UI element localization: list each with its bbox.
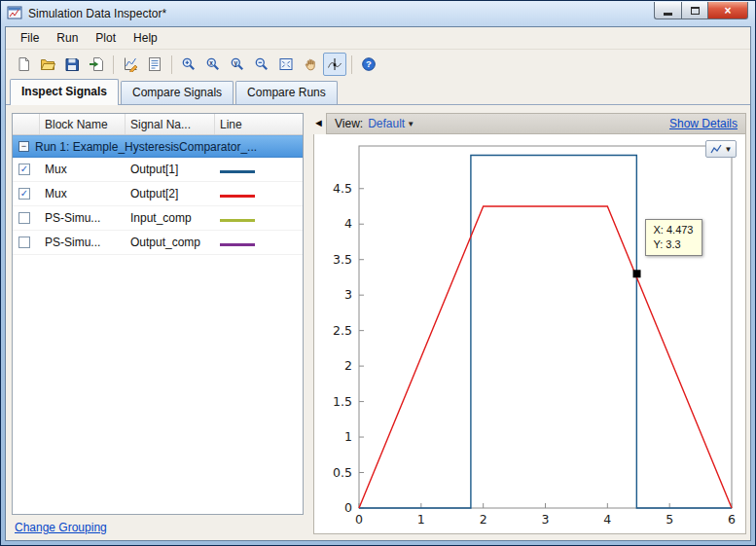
zoom-in-button[interactable] bbox=[177, 53, 200, 76]
header-signal-name[interactable]: Signal Na... bbox=[126, 114, 215, 134]
block-name-cell: Mux bbox=[40, 163, 126, 176]
menu-run[interactable]: Run bbox=[48, 28, 87, 48]
line-cell bbox=[215, 163, 303, 176]
open-icon bbox=[40, 56, 55, 72]
minimize-button[interactable] bbox=[654, 2, 681, 19]
save-button[interactable] bbox=[60, 53, 84, 76]
svg-text:0: 0 bbox=[344, 500, 352, 515]
toolbar-separator bbox=[351, 55, 352, 74]
pan-icon bbox=[303, 56, 318, 72]
signal-checkbox[interactable]: ✓ bbox=[18, 164, 30, 175]
svg-text:0: 0 bbox=[355, 512, 363, 527]
toolbar-separator bbox=[113, 55, 114, 74]
plot-edit-icon bbox=[123, 56, 138, 72]
svg-text:?: ? bbox=[366, 58, 372, 69]
signal-rows: ✓MuxOutput[1]✓MuxOutput[2]PS-Simu...Inpu… bbox=[13, 158, 303, 255]
line-swatch[interactable] bbox=[220, 195, 255, 198]
block-name-cell: PS-Simu... bbox=[40, 211, 126, 225]
svg-text:1: 1 bbox=[344, 429, 352, 444]
svg-text:y: y bbox=[234, 59, 238, 67]
signal-list-column: Block Name Signal Na... Line − Run 1: Ex… bbox=[12, 113, 304, 534]
signal-checkbox[interactable]: ✓ bbox=[18, 188, 30, 200]
plot-type-button[interactable]: ▼ bbox=[705, 140, 737, 158]
view-strip: View: Default ▼ Show Details bbox=[326, 113, 746, 134]
window-title: Simulation Data Inspector* bbox=[28, 7, 166, 20]
run-row[interactable]: − Run 1: Example_HysteresisComparator_..… bbox=[13, 135, 303, 158]
table-row[interactable]: ✓MuxOutput[2] bbox=[13, 182, 303, 206]
block-name-cell: PS-Simu... bbox=[40, 236, 126, 249]
view-label: View: bbox=[335, 117, 363, 130]
line-swatch[interactable] bbox=[220, 219, 255, 222]
report-button[interactable] bbox=[143, 53, 166, 76]
toolbar-separator bbox=[171, 55, 172, 74]
svg-text:3: 3 bbox=[344, 287, 352, 302]
view-dropdown[interactable]: Default ▼ bbox=[368, 117, 414, 130]
zoom-out-icon bbox=[254, 56, 270, 72]
svg-text:4: 4 bbox=[603, 512, 611, 527]
minimize-icon bbox=[664, 13, 672, 16]
menu-file[interactable]: File bbox=[12, 28, 48, 48]
show-details-link[interactable]: Show Details bbox=[669, 117, 738, 130]
menu-bar: FileRunPlotHelp bbox=[6, 27, 750, 50]
new-button[interactable] bbox=[12, 53, 35, 76]
signal-checkbox[interactable] bbox=[18, 212, 30, 224]
window-controls: × bbox=[654, 2, 748, 19]
chevron-down-icon: ▼ bbox=[407, 120, 414, 128]
import-button[interactable] bbox=[85, 53, 108, 76]
tab-compare-signals[interactable]: Compare Signals bbox=[121, 81, 234, 104]
tooltip-x-value: X: 4.473 bbox=[654, 223, 694, 237]
svg-text:2: 2 bbox=[480, 512, 487, 527]
change-grouping-link[interactable]: Change Grouping bbox=[15, 521, 107, 534]
signal-name-cell: Input_comp bbox=[126, 211, 215, 225]
zoom-out-button[interactable] bbox=[250, 53, 273, 76]
menu-plot[interactable]: Plot bbox=[87, 28, 125, 48]
svg-text:1.5: 1.5 bbox=[333, 394, 352, 409]
maximize-button[interactable] bbox=[681, 2, 707, 19]
maximize-icon bbox=[691, 7, 700, 15]
svg-text:2.5: 2.5 bbox=[333, 323, 352, 338]
title-bar: Simulation Data Inspector* × bbox=[5, 1, 751, 26]
plot-edit-button[interactable] bbox=[119, 53, 142, 76]
signal-checkbox[interactable] bbox=[18, 237, 30, 248]
svg-text:4: 4 bbox=[344, 216, 352, 231]
chart-area: 012345600.511.522.533.544.5 ▼ X: 4.473 Y… bbox=[313, 134, 746, 534]
line-swatch[interactable] bbox=[220, 243, 255, 246]
collapse-panel-icon[interactable]: ◄ bbox=[313, 118, 324, 128]
data-cursor-icon bbox=[327, 56, 342, 72]
collapse-expander-icon[interactable]: − bbox=[18, 141, 29, 152]
fit-view-button[interactable] bbox=[274, 53, 298, 76]
data-cursor-button[interactable] bbox=[323, 53, 346, 76]
help-button[interactable]: ? bbox=[357, 53, 380, 76]
table-row[interactable]: PS-Simu...Output_comp bbox=[13, 231, 303, 255]
help-icon: ? bbox=[361, 56, 377, 72]
fit-view-icon bbox=[278, 56, 294, 72]
tab-compare-runs[interactable]: Compare Runs bbox=[235, 81, 338, 104]
menu-help[interactable]: Help bbox=[125, 28, 166, 48]
table-header: Block Name Signal Na... Line bbox=[13, 114, 303, 135]
svg-text:5: 5 bbox=[666, 512, 673, 527]
zoom-x-button[interactable]: x bbox=[201, 53, 225, 76]
line-swatch[interactable] bbox=[220, 170, 255, 173]
svg-text:6: 6 bbox=[728, 512, 736, 527]
save-icon bbox=[64, 56, 80, 72]
zoom-y-button[interactable]: y bbox=[226, 53, 249, 76]
close-icon: × bbox=[724, 4, 731, 18]
report-icon bbox=[147, 56, 162, 72]
close-button[interactable]: × bbox=[707, 2, 748, 19]
open-button[interactable] bbox=[36, 53, 59, 76]
signal-plot[interactable]: 012345600.511.522.533.544.5 bbox=[314, 134, 745, 533]
view-dropdown-value: Default bbox=[368, 117, 405, 130]
plot-column: ◄ View: Default ▼ Show Details 012345600… bbox=[313, 113, 746, 534]
svg-text:4.5: 4.5 bbox=[333, 181, 352, 196]
zoom-y-icon: y bbox=[230, 56, 245, 72]
header-line[interactable]: Line bbox=[215, 114, 303, 134]
tab-inspect-signals[interactable]: Inspect Signals bbox=[10, 79, 119, 105]
pan-button[interactable] bbox=[299, 53, 322, 76]
line-cell bbox=[215, 187, 303, 200]
table-row[interactable]: PS-Simu...Input_comp bbox=[13, 206, 303, 231]
table-row[interactable]: ✓MuxOutput[1] bbox=[13, 158, 303, 182]
run-label: Run 1: Example_HysteresisComparator_... bbox=[35, 140, 257, 154]
header-block-name[interactable]: Block Name bbox=[40, 114, 126, 134]
svg-text:0.5: 0.5 bbox=[333, 465, 352, 480]
tab-strip: Inspect SignalsCompare SignalsCompare Ru… bbox=[6, 79, 750, 105]
